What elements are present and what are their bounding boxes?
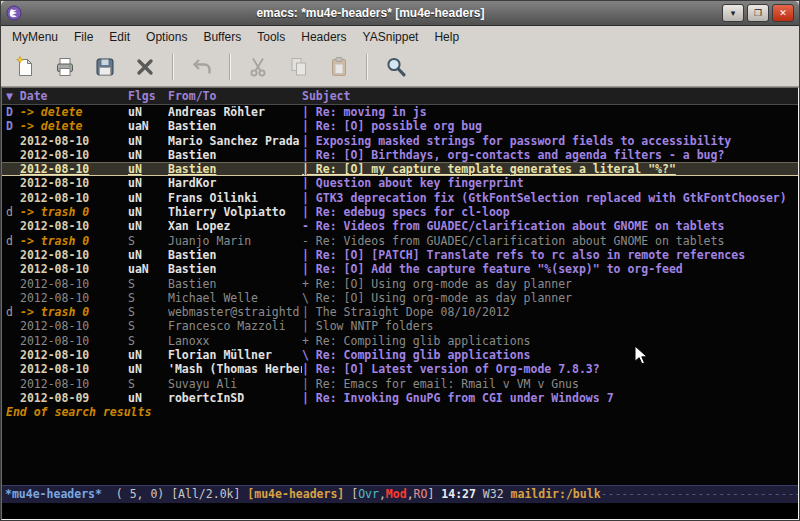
- modeline-segment-plain: ]: [427, 487, 441, 501]
- modeline-segment-plain: W32: [476, 487, 511, 501]
- cut-icon: [247, 55, 271, 79]
- message-row[interactable]: 2012-08-10 uN Frans Oilinki | GTK3 depre…: [2, 191, 798, 205]
- menu-item-file[interactable]: File: [66, 27, 101, 47]
- mark-cell: [6, 176, 20, 190]
- message-row[interactable]: 2012-08-10 uN Bastien | Re: [O] [PATCH] …: [2, 248, 798, 262]
- message-row[interactable]: d -> trash 0 uN Thierry Volpiatto | Re: …: [2, 205, 798, 219]
- mode-line[interactable]: *mu4e-headers* ( 5, 0) [All/2.0k] [mu4e-…: [2, 485, 798, 503]
- message-row[interactable]: 2012-08-10 uN Mario Sanchez Prada | Expo…: [2, 134, 798, 148]
- subject-cell: | Slow NNTP folders: [302, 319, 798, 333]
- end-of-results-label: End of search results: [2, 405, 798, 419]
- maximize-button[interactable]: ❐: [747, 4, 769, 22]
- message-row[interactable]: 2012-08-10 S Michael Welle \ Re: [O] Usi…: [2, 291, 798, 305]
- menu-item-yasnippet[interactable]: YASnippet: [355, 27, 427, 47]
- minimize-button[interactable]: ▾: [722, 4, 744, 22]
- from-cell: webmaster@straightd...: [168, 305, 302, 319]
- message-row[interactable]: d -> trash 0 S Juanjo Marin - Re: Videos…: [2, 234, 798, 248]
- date-cell: 2012-08-10: [20, 148, 128, 162]
- date-cell: 2012-08-10: [20, 262, 128, 276]
- subject-cell: | Re: Invoking GnuPG from CGI under Wind…: [302, 391, 798, 405]
- message-row[interactable]: 2012-08-10 uN HardKor | Question about k…: [2, 176, 798, 190]
- subject-cell: + Re: [O] Using org-mode as day planner: [302, 277, 798, 291]
- title-bar[interactable]: emacs: *mu4e-headers* [mu4e-headers] ▾ ❐…: [1, 1, 799, 26]
- date-cell: 2012-08-10: [20, 162, 128, 176]
- copy-button[interactable]: [283, 52, 314, 83]
- subject-cell: | Re: edebug specs for cl-loop: [302, 205, 798, 219]
- search-button[interactable]: [380, 52, 411, 83]
- menu-item-tools[interactable]: Tools: [249, 27, 293, 47]
- subject-cell: | Re: [O] my capture template generates …: [302, 162, 798, 176]
- flags-cell: S: [128, 305, 168, 319]
- message-row[interactable]: D -> delete uN Andreas Röhler | Re: movi…: [2, 105, 798, 119]
- flags-cell: S: [128, 319, 168, 333]
- print-button[interactable]: [49, 52, 80, 83]
- mark-cell: [6, 248, 20, 262]
- flags-cell: uN: [128, 248, 168, 262]
- from-cell: Suvayu Ali: [168, 377, 302, 391]
- menu-item-options[interactable]: Options: [138, 27, 195, 47]
- message-row[interactable]: 2012-08-10 uN Bastien | Re: [O] Birthday…: [2, 148, 798, 162]
- header-line: ▼ Date Flgs From/To Subject: [2, 88, 798, 105]
- message-row[interactable]: 2012-08-10 uN Florian Müllner \ Re: Comp…: [2, 348, 798, 362]
- column-header-from[interactable]: From/To: [168, 88, 302, 104]
- mark-cell: D: [6, 105, 20, 119]
- menu-item-help[interactable]: Help: [426, 27, 467, 47]
- column-header-flags[interactable]: Flgs: [128, 88, 168, 104]
- undo-button[interactable]: [186, 52, 217, 83]
- emacs-icon: [6, 5, 22, 21]
- from-cell: Thierry Volpiatto: [168, 205, 302, 219]
- from-cell: Xan Lopez: [168, 219, 302, 233]
- message-row[interactable]: 2012-08-10 uN 'Mash (Thomas Herbert) | R…: [2, 362, 798, 376]
- flags-cell: uN: [128, 134, 168, 148]
- new-file-button[interactable]: [9, 52, 40, 83]
- message-row[interactable]: 2012-08-10 S Francesco Mazzoli | Slow NN…: [2, 319, 798, 333]
- save-button[interactable]: [89, 52, 120, 83]
- from-cell: Bastien: [168, 162, 302, 176]
- from-cell: Lanoxx: [168, 334, 302, 348]
- kill-buffer-button[interactable]: [129, 52, 160, 83]
- close-button[interactable]: ✕: [772, 4, 794, 22]
- modeline-segment-maildir: maildir:/bulk: [511, 487, 601, 501]
- message-row[interactable]: 2012-08-10 uaN Bastien | Re: [O] Add the…: [2, 262, 798, 276]
- mark-cell: [6, 277, 20, 291]
- message-row[interactable]: d -> trash 0 S webmaster@straightd... | …: [2, 305, 798, 319]
- print-icon: [53, 55, 77, 79]
- flags-cell: S: [128, 334, 168, 348]
- menu-item-headers[interactable]: Headers: [293, 27, 354, 47]
- echo-area[interactable]: [2, 503, 798, 519]
- subject-cell: | Re: Emacs for email: Rmail v VM v Gnus: [302, 377, 798, 391]
- from-cell: Bastien: [168, 277, 302, 291]
- menu-item-buffers[interactable]: Buffers: [195, 27, 249, 47]
- message-row[interactable]: 2012-08-10 S Lanoxx + Re: Compiling glib…: [2, 334, 798, 348]
- column-header-date[interactable]: ▼ Date: [6, 88, 128, 104]
- mark-cell: d: [6, 205, 20, 219]
- message-row[interactable]: 2012-08-10 uN Bastien | Re: [O] my captu…: [2, 162, 798, 176]
- message-row[interactable]: 2012-08-09 uN robertcInSD | Re: Invoking…: [2, 391, 798, 405]
- save-icon: [93, 55, 117, 79]
- flags-cell: uN: [128, 348, 168, 362]
- message-row[interactable]: 2012-08-10 S Suvayu Ali | Re: Emacs for …: [2, 377, 798, 391]
- modeline-segment-mode: [mu4e-headers]: [247, 487, 344, 501]
- cut-button[interactable]: [243, 52, 274, 83]
- mark-cell: [6, 377, 20, 391]
- paste-icon: [327, 55, 351, 79]
- from-cell: Andreas Röhler: [168, 105, 302, 119]
- message-row[interactable]: 2012-08-10 uN Xan Lopez - Re: Videos fro…: [2, 219, 798, 233]
- from-cell: Michael Welle: [168, 291, 302, 305]
- mark-cell: D: [6, 119, 20, 133]
- date-cell: 2012-08-10: [20, 191, 128, 205]
- from-cell: Frans Oilinki: [168, 191, 302, 205]
- new-file-icon: [13, 55, 37, 79]
- menu-item-edit[interactable]: Edit: [101, 27, 138, 47]
- subject-cell: | Re: [O] possible org bug: [302, 119, 798, 133]
- from-cell: Bastien: [168, 248, 302, 262]
- mark-cell: [6, 362, 20, 376]
- paste-button[interactable]: [323, 52, 354, 83]
- message-row[interactable]: 2012-08-10 S Bastien + Re: [O] Using org…: [2, 277, 798, 291]
- message-row[interactable]: D -> delete uaN Bastien | Re: [O] possib…: [2, 119, 798, 133]
- date-cell: -> trash 0: [20, 305, 128, 319]
- column-header-subject[interactable]: Subject: [302, 88, 798, 104]
- menu-item-mymenu[interactable]: MyMenu: [4, 27, 66, 47]
- from-cell: Mario Sanchez Prada: [168, 134, 302, 148]
- modeline-segment-buffer: *mu4e-headers*: [5, 487, 102, 501]
